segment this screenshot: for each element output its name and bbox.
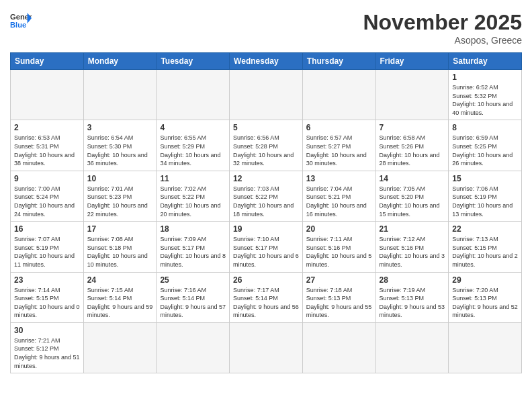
day-27: 27 Sunrise: 7:18 AMSunset: 5:13 PMDaylig… <box>302 272 375 322</box>
week-row-5: 23 Sunrise: 7:14 AMSunset: 5:15 PMDaylig… <box>11 272 522 322</box>
month-title: November 2025 <box>363 10 522 35</box>
day-3: 3 Sunrise: 6:54 AMSunset: 5:30 PMDayligh… <box>83 120 157 171</box>
day-20: 20 Sunrise: 7:11 AMSunset: 5:16 PMDaylig… <box>302 222 375 272</box>
week-row-4: 16 Sunrise: 7:07 AMSunset: 5:19 PMDaylig… <box>11 222 522 272</box>
day-14: 14 Sunrise: 7:05 AMSunset: 5:20 PMDaylig… <box>375 171 449 221</box>
header: General Blue November 2025 Asopos, Greec… <box>10 10 522 46</box>
day-16: 16 Sunrise: 7:07 AMSunset: 5:19 PMDaylig… <box>11 222 84 272</box>
svg-text:Blue: Blue <box>10 21 26 29</box>
title-block: November 2025 Asopos, Greece <box>363 10 522 46</box>
day-10: 10 Sunrise: 7:01 AMSunset: 5:23 PMDaylig… <box>83 171 157 221</box>
week-row-6: 30 Sunrise: 7:21 AMSunset: 5:12 PMDaylig… <box>11 322 522 373</box>
day-23: 23 Sunrise: 7:14 AMSunset: 5:15 PMDaylig… <box>11 272 84 322</box>
day-19: 19 Sunrise: 7:10 AMSunset: 5:17 PMDaylig… <box>230 222 303 272</box>
day-9: 9 Sunrise: 7:00 AMSunset: 5:24 PMDayligh… <box>11 171 84 221</box>
day-empty-10 <box>302 322 375 373</box>
header-wednesday: Wednesday <box>230 53 303 70</box>
header-thursday: Thursday <box>302 53 375 70</box>
day-1: 1 Sunrise: 6:52 AMSunset: 5:32 PMDayligh… <box>449 70 522 120</box>
day-empty-4 <box>230 70 303 120</box>
day-empty-11 <box>375 322 449 373</box>
logo-icon: General Blue <box>10 10 32 32</box>
day-25: 25 Sunrise: 7:16 AMSunset: 5:14 PMDaylig… <box>157 272 230 322</box>
logo: General Blue <box>10 10 32 32</box>
day-4: 4 Sunrise: 6:55 AMSunset: 5:29 PMDayligh… <box>157 120 230 171</box>
week-row-2: 2 Sunrise: 6:53 AMSunset: 5:31 PMDayligh… <box>11 120 522 171</box>
header-tuesday: Tuesday <box>157 53 230 70</box>
day-11: 11 Sunrise: 7:02 AMSunset: 5:22 PMDaylig… <box>157 171 230 221</box>
day-26: 26 Sunrise: 7:17 AMSunset: 5:14 PMDaylig… <box>230 272 303 322</box>
day-18: 18 Sunrise: 7:09 AMSunset: 5:17 PMDaylig… <box>157 222 230 272</box>
day-12: 12 Sunrise: 7:03 AMSunset: 5:22 PMDaylig… <box>230 171 303 221</box>
day-24: 24 Sunrise: 7:15 AMSunset: 5:14 PMDaylig… <box>83 272 157 322</box>
day-empty-9 <box>230 322 303 373</box>
day-15: 15 Sunrise: 7:06 AMSunset: 5:19 PMDaylig… <box>449 171 522 221</box>
day-22: 22 Sunrise: 7:13 AMSunset: 5:15 PMDaylig… <box>449 222 522 272</box>
day-5: 5 Sunrise: 6:56 AMSunset: 5:28 PMDayligh… <box>230 120 303 171</box>
day-empty-12 <box>449 322 522 373</box>
header-friday: Friday <box>375 53 449 70</box>
day-empty-7 <box>83 322 157 373</box>
day-2: 2 Sunrise: 6:53 AMSunset: 5:31 PMDayligh… <box>11 120 84 171</box>
day-empty-3 <box>157 70 230 120</box>
day-7: 7 Sunrise: 6:58 AMSunset: 5:26 PMDayligh… <box>375 120 449 171</box>
location: Asopos, Greece <box>363 35 522 46</box>
day-6: 6 Sunrise: 6:57 AMSunset: 5:27 PMDayligh… <box>302 120 375 171</box>
calendar: Sunday Monday Tuesday Wednesday Thursday… <box>10 52 522 373</box>
week-row-3: 9 Sunrise: 7:00 AMSunset: 5:24 PMDayligh… <box>11 171 522 221</box>
day-8: 8 Sunrise: 6:59 AMSunset: 5:25 PMDayligh… <box>449 120 522 171</box>
day-30: 30 Sunrise: 7:21 AMSunset: 5:12 PMDaylig… <box>11 322 84 373</box>
day-empty-5 <box>302 70 375 120</box>
day-28: 28 Sunrise: 7:19 AMSunset: 5:13 PMDaylig… <box>375 272 449 322</box>
header-sunday: Sunday <box>11 53 84 70</box>
day-empty-1 <box>11 70 84 120</box>
day-21: 21 Sunrise: 7:12 AMSunset: 5:16 PMDaylig… <box>375 222 449 272</box>
day-29: 29 Sunrise: 7:20 AMSunset: 5:13 PMDaylig… <box>449 272 522 322</box>
day-17: 17 Sunrise: 7:08 AMSunset: 5:18 PMDaylig… <box>83 222 157 272</box>
page: General Blue November 2025 Asopos, Greec… <box>0 0 532 411</box>
header-saturday: Saturday <box>449 53 522 70</box>
day-empty-8 <box>157 322 230 373</box>
weekday-header-row: Sunday Monday Tuesday Wednesday Thursday… <box>11 53 522 70</box>
week-row-1: 1 Sunrise: 6:52 AMSunset: 5:32 PMDayligh… <box>11 70 522 120</box>
day-13: 13 Sunrise: 7:04 AMSunset: 5:21 PMDaylig… <box>302 171 375 221</box>
day-empty-2 <box>83 70 157 120</box>
header-monday: Monday <box>83 53 157 70</box>
day-empty-6 <box>375 70 449 120</box>
